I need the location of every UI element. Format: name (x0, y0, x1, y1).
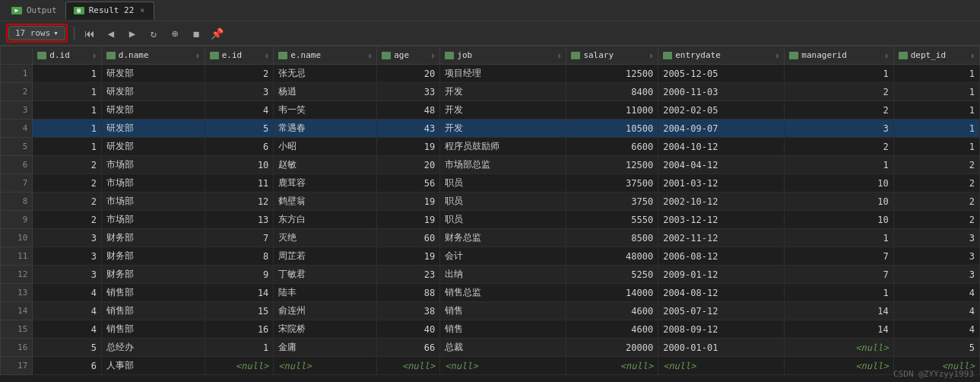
col-label-job: job (457, 50, 472, 60)
table-row[interactable]: 154销售部16宋院桥40销售46002008-09-12144 (1, 320, 980, 339)
cell-job: 销售总监 (440, 284, 566, 302)
cell-age: 19 (377, 193, 440, 211)
table-row[interactable]: 21研发部3杨逍33开发84002000-11-0321 (1, 83, 980, 101)
cell-job: 会计 (440, 247, 566, 266)
tab-result22[interactable]: ▦ Result 22 × (65, 2, 155, 20)
cell-entrydate: 2008-09-12 (658, 320, 785, 339)
col-header-dname[interactable]: d.name ⇕ (101, 46, 205, 65)
stop-btn[interactable]: ◼ (187, 24, 205, 43)
row-number: 4 (1, 119, 33, 138)
table-row[interactable]: 11研发部2张无忌20项目经理125002005-12-0511 (1, 65, 980, 83)
table-row[interactable]: 51研发部6小昭19程序员鼓励师66002004-10-1221 (1, 138, 980, 156)
row-number: 17 (1, 357, 33, 375)
row-number: 9 (1, 211, 33, 229)
col-header-entrydate[interactable]: entrydate ⇕ (658, 46, 785, 65)
table-row[interactable]: 165总经办1金庸66总裁200002000-01-01<null>5 (1, 339, 980, 357)
tab-close-icon[interactable]: × (138, 6, 146, 14)
cell-entrydate: 2004-09-07 (658, 119, 785, 138)
row-number: 1 (1, 65, 33, 83)
cell-age: 19 (377, 138, 440, 156)
cell-job: 开发 (440, 101, 566, 119)
nav-prev-btn[interactable]: ◀ (102, 24, 120, 43)
table-row[interactable]: 92市场部13东方白19职员55502003-12-12102 (1, 211, 980, 229)
cell-entrydate: 2000-01-01 (658, 339, 785, 357)
cell-managerid: 1 (785, 284, 893, 302)
cell-eid: 14 (205, 284, 274, 302)
nav-next-btn[interactable]: ▶ (123, 24, 141, 43)
row-number: 12 (1, 266, 33, 284)
col-icon-managerid (789, 52, 798, 59)
col-header-did[interactable]: d.id ⇕ (33, 46, 102, 65)
cell-ename: 杨逍 (274, 83, 377, 101)
table-row[interactable]: 144销售部15俞连州38销售46002005-07-12144 (1, 302, 980, 320)
cell-salary: 10500 (566, 119, 658, 138)
cell-eid: 9 (205, 266, 274, 284)
col-header-deptid[interactable]: dept_id ⇕ (893, 46, 979, 65)
rows-badge[interactable]: 17 rows ▾ (8, 26, 65, 40)
tab-output[interactable]: ▶ Output (3, 2, 65, 20)
cell-managerid: 14 (785, 320, 893, 339)
row-number: 13 (1, 284, 33, 302)
cell-did: 2 (33, 156, 102, 174)
cell-entrydate: 2004-04-12 (658, 156, 785, 174)
refresh-btn[interactable]: ↻ (144, 24, 163, 43)
col-header-ename[interactable]: e.name ⇕ (274, 46, 377, 65)
cell-managerid: 3 (785, 119, 893, 138)
cell-did: 1 (33, 119, 102, 138)
sort-icon-job: ⇕ (557, 52, 561, 59)
cell-did: 6 (33, 357, 102, 375)
table-row[interactable]: 41研发部5常遇春43开发105002004-09-0731 (1, 119, 980, 138)
col-header-managerid[interactable]: managerid ⇕ (785, 46, 893, 65)
col-header-eid[interactable]: e.id ⇕ (205, 46, 274, 65)
cell-eid: 6 (205, 138, 274, 156)
col-icon-entrydate (663, 52, 672, 59)
cell-eid: 3 (205, 83, 274, 101)
cell-job: 职员 (440, 211, 566, 229)
col-header-salary[interactable]: salary ⇕ (566, 46, 658, 65)
row-number: 11 (1, 247, 33, 266)
col-header-job[interactable]: job ⇕ (440, 46, 566, 65)
pin-btn[interactable]: 📌 (208, 24, 227, 43)
search-btn[interactable]: ⊕ (166, 24, 184, 43)
table-row[interactable]: 103财务部7灭绝60财务总监85002002-11-1213 (1, 229, 980, 247)
row-number: 6 (1, 156, 33, 174)
rows-label: 17 rows (15, 28, 50, 38)
cell-job: 程序员鼓励师 (440, 138, 566, 156)
cell-job: <null> (440, 357, 566, 375)
table-row[interactable]: 176人事部<null><null><null><null><null><nul… (1, 357, 980, 375)
cell-entrydate: 2001-03-12 (658, 174, 785, 193)
col-icon-did (37, 52, 46, 59)
cell-managerid: <null> (785, 339, 893, 357)
table-row[interactable]: 62市场部10赵敏20市场部总监125002004-04-1212 (1, 156, 980, 174)
cell-ename: 东方白 (274, 211, 377, 229)
cell-eid: 5 (205, 119, 274, 138)
table-row[interactable]: 72市场部11鹿茸容56职员375002001-03-12102 (1, 174, 980, 193)
cell-managerid: 1 (785, 229, 893, 247)
cell-ename: 宋院桥 (274, 320, 377, 339)
table-row[interactable]: 113财务部8周芷若19会计480002006-08-1273 (1, 247, 980, 266)
cell-dname: 财务部 (101, 247, 205, 266)
table-row[interactable]: 31研发部4韦一笑48开发110002002-02-0521 (1, 101, 980, 119)
cell-deptid: 1 (893, 119, 979, 138)
cell-deptid: 4 (893, 320, 979, 339)
cell-did: 1 (33, 83, 102, 101)
table-row[interactable]: 123财务部9丁敏君23出纳52502009-01-1273 (1, 266, 980, 284)
cell-salary: 37500 (566, 174, 658, 193)
row-number: 14 (1, 302, 33, 320)
cell-age: 60 (377, 229, 440, 247)
cell-age: 88 (377, 284, 440, 302)
table-row[interactable]: 134销售部14陆丰88销售总监140002004-08-1214 (1, 284, 980, 302)
col-header-age[interactable]: age ⇕ (377, 46, 440, 65)
row-number: 7 (1, 174, 33, 193)
col-label-ename: e.name (290, 50, 321, 60)
cell-deptid: 1 (893, 101, 979, 119)
cell-managerid: 10 (785, 193, 893, 211)
cell-did: 2 (33, 193, 102, 211)
col-icon-deptid (899, 52, 908, 59)
col-label-entrydate: entrydate (675, 50, 721, 60)
nav-first-btn[interactable]: ⏮ (81, 24, 99, 43)
cell-salary: 20000 (566, 339, 658, 357)
cell-deptid: 2 (893, 174, 979, 193)
cell-entrydate: 2002-11-12 (658, 229, 785, 247)
table-row[interactable]: 82市场部12鹤壁翁19职员37502002-10-12102 (1, 193, 980, 211)
